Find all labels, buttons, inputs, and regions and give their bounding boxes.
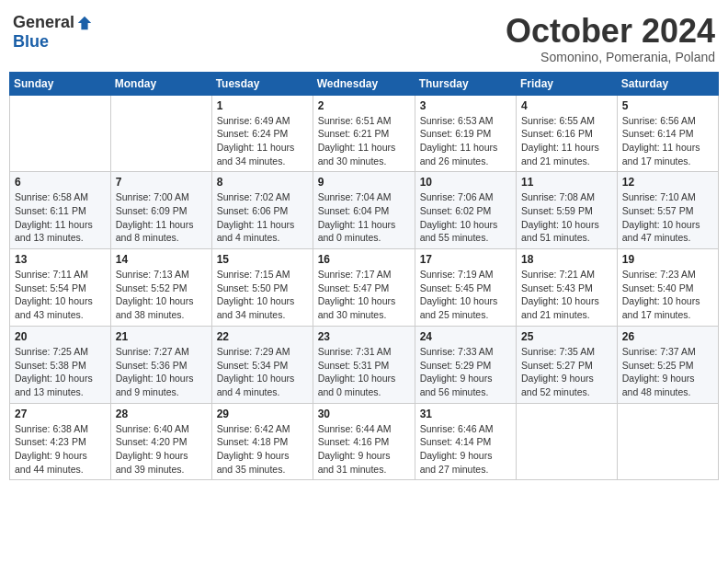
day-number: 4 — [521, 99, 612, 112]
day-number: 29 — [217, 408, 308, 420]
calendar-cell: 20Sunrise: 7:25 AM Sunset: 5:38 PM Dayli… — [10, 326, 111, 403]
page-header: General Blue October 2024 Somonino, Pome… — [9, 9, 719, 64]
calendar-cell: 4Sunrise: 6:55 AM Sunset: 6:16 PM Daylig… — [517, 95, 618, 172]
calendar-cell: 18Sunrise: 7:21 AM Sunset: 5:43 PM Dayli… — [517, 249, 618, 327]
calendar-header-wednesday: Wednesday — [313, 72, 415, 95]
day-number: 12 — [622, 176, 713, 189]
calendar-cell: 5Sunrise: 6:56 AM Sunset: 6:14 PM Daylig… — [617, 95, 718, 172]
day-number: 5 — [622, 99, 713, 112]
day-info: Sunrise: 6:51 AM Sunset: 6:21 PM Dayligh… — [318, 114, 410, 168]
calendar-week-row: 6Sunrise: 6:58 AM Sunset: 6:11 PM Daylig… — [10, 172, 719, 249]
calendar-cell: 12Sunrise: 7:10 AM Sunset: 5:57 PM Dayli… — [617, 172, 718, 249]
day-info: Sunrise: 6:44 AM Sunset: 4:16 PM Dayligh… — [318, 422, 410, 477]
day-number: 3 — [420, 99, 511, 112]
logo: General Blue — [13, 13, 93, 52]
calendar-table: SundayMondayTuesdayWednesdayThursdayFrid… — [9, 72, 719, 481]
calendar-cell — [517, 403, 618, 480]
calendar-cell: 21Sunrise: 7:27 AM Sunset: 5:36 PM Dayli… — [110, 326, 211, 403]
calendar-header-monday: Monday — [110, 72, 211, 95]
calendar-cell: 10Sunrise: 7:06 AM Sunset: 6:02 PM Dayli… — [415, 172, 516, 249]
day-number: 30 — [318, 408, 410, 420]
calendar-cell: 8Sunrise: 7:02 AM Sunset: 6:06 PM Daylig… — [211, 172, 313, 249]
calendar-header-thursday: Thursday — [415, 72, 516, 95]
calendar-cell: 30Sunrise: 6:44 AM Sunset: 4:16 PM Dayli… — [313, 403, 415, 480]
day-number: 19 — [622, 253, 713, 266]
day-info: Sunrise: 7:25 AM Sunset: 5:38 PM Dayligh… — [15, 345, 106, 399]
day-number: 6 — [15, 176, 106, 189]
calendar-cell: 27Sunrise: 6:38 AM Sunset: 4:23 PM Dayli… — [10, 403, 111, 480]
calendar-cell: 24Sunrise: 7:33 AM Sunset: 5:29 PM Dayli… — [415, 326, 516, 403]
day-info: Sunrise: 7:21 AM Sunset: 5:43 PM Dayligh… — [521, 268, 612, 322]
day-number: 15 — [217, 253, 308, 266]
calendar-cell: 29Sunrise: 6:42 AM Sunset: 4:18 PM Dayli… — [211, 403, 313, 480]
day-info: Sunrise: 7:31 AM Sunset: 5:31 PM Dayligh… — [318, 345, 410, 399]
day-number: 14 — [116, 253, 207, 266]
day-info: Sunrise: 6:46 AM Sunset: 4:14 PM Dayligh… — [420, 422, 511, 477]
location-subtitle: Somonino, Pomerania, Poland — [506, 50, 715, 64]
day-info: Sunrise: 6:49 AM Sunset: 6:24 PM Dayligh… — [217, 114, 308, 168]
title-block: October 2024 Somonino, Pomerania, Poland — [506, 13, 715, 64]
calendar-cell: 13Sunrise: 7:11 AM Sunset: 5:54 PM Dayli… — [10, 249, 111, 327]
calendar-week-row: 13Sunrise: 7:11 AM Sunset: 5:54 PM Dayli… — [10, 249, 719, 327]
logo-blue-text: Blue — [13, 32, 49, 52]
calendar-header-sunday: Sunday — [10, 72, 111, 95]
day-number: 7 — [116, 176, 207, 189]
calendar-cell: 7Sunrise: 7:00 AM Sunset: 6:09 PM Daylig… — [110, 172, 211, 249]
calendar-cell: 26Sunrise: 7:37 AM Sunset: 5:25 PM Dayli… — [617, 326, 718, 403]
day-info: Sunrise: 6:56 AM Sunset: 6:14 PM Dayligh… — [622, 114, 713, 168]
calendar-cell: 17Sunrise: 7:19 AM Sunset: 5:45 PM Dayli… — [415, 249, 516, 327]
day-number: 10 — [420, 176, 511, 189]
day-number: 9 — [318, 176, 410, 189]
day-info: Sunrise: 6:40 AM Sunset: 4:20 PM Dayligh… — [116, 422, 207, 477]
calendar-cell — [110, 95, 211, 172]
calendar-header-tuesday: Tuesday — [211, 72, 313, 95]
calendar-cell — [10, 95, 111, 172]
calendar-cell: 11Sunrise: 7:08 AM Sunset: 5:59 PM Dayli… — [517, 172, 618, 249]
day-info: Sunrise: 7:04 AM Sunset: 6:04 PM Dayligh… — [318, 190, 410, 245]
day-number: 22 — [217, 330, 308, 343]
day-info: Sunrise: 7:27 AM Sunset: 5:36 PM Dayligh… — [116, 345, 207, 399]
calendar-cell: 15Sunrise: 7:15 AM Sunset: 5:50 PM Dayli… — [211, 249, 313, 327]
day-info: Sunrise: 7:19 AM Sunset: 5:45 PM Dayligh… — [420, 268, 511, 322]
calendar-header-saturday: Saturday — [617, 72, 718, 95]
calendar-week-row: 27Sunrise: 6:38 AM Sunset: 4:23 PM Dayli… — [10, 403, 719, 480]
calendar-header-friday: Friday — [517, 72, 618, 95]
day-number: 18 — [521, 253, 612, 266]
calendar-cell: 22Sunrise: 7:29 AM Sunset: 5:34 PM Dayli… — [211, 326, 313, 403]
day-number: 31 — [420, 408, 511, 420]
calendar-cell: 14Sunrise: 7:13 AM Sunset: 5:52 PM Dayli… — [110, 249, 211, 327]
day-number: 23 — [318, 330, 410, 343]
day-info: Sunrise: 7:35 AM Sunset: 5:27 PM Dayligh… — [521, 345, 612, 399]
day-info: Sunrise: 7:11 AM Sunset: 5:54 PM Dayligh… — [15, 268, 106, 322]
day-info: Sunrise: 6:38 AM Sunset: 4:23 PM Dayligh… — [15, 422, 106, 477]
day-number: 25 — [521, 330, 612, 343]
calendar-week-row: 20Sunrise: 7:25 AM Sunset: 5:38 PM Dayli… — [10, 326, 719, 403]
day-info: Sunrise: 7:02 AM Sunset: 6:06 PM Dayligh… — [217, 190, 308, 245]
day-number: 17 — [420, 253, 511, 266]
calendar-header-row: SundayMondayTuesdayWednesdayThursdayFrid… — [10, 72, 719, 95]
day-info: Sunrise: 6:42 AM Sunset: 4:18 PM Dayligh… — [217, 422, 308, 477]
calendar-cell: 19Sunrise: 7:23 AM Sunset: 5:40 PM Dayli… — [617, 249, 718, 327]
day-info: Sunrise: 7:15 AM Sunset: 5:50 PM Dayligh… — [217, 268, 308, 322]
month-title: October 2024 — [506, 13, 715, 50]
day-info: Sunrise: 7:37 AM Sunset: 5:25 PM Dayligh… — [622, 345, 713, 399]
day-number: 11 — [521, 176, 612, 189]
day-number: 13 — [15, 253, 106, 266]
calendar-cell: 31Sunrise: 6:46 AM Sunset: 4:14 PM Dayli… — [415, 403, 516, 480]
svg-marker-0 — [78, 16, 91, 29]
day-number: 2 — [318, 99, 410, 112]
calendar-cell: 9Sunrise: 7:04 AM Sunset: 6:04 PM Daylig… — [313, 172, 415, 249]
day-number: 27 — [15, 408, 106, 420]
day-info: Sunrise: 7:10 AM Sunset: 5:57 PM Dayligh… — [622, 190, 713, 245]
day-info: Sunrise: 7:13 AM Sunset: 5:52 PM Dayligh… — [116, 268, 207, 322]
day-info: Sunrise: 6:53 AM Sunset: 6:19 PM Dayligh… — [420, 114, 511, 168]
calendar-cell: 1Sunrise: 6:49 AM Sunset: 6:24 PM Daylig… — [211, 95, 313, 172]
calendar-cell: 6Sunrise: 6:58 AM Sunset: 6:11 PM Daylig… — [10, 172, 111, 249]
day-info: Sunrise: 7:33 AM Sunset: 5:29 PM Dayligh… — [420, 345, 511, 399]
day-info: Sunrise: 7:29 AM Sunset: 5:34 PM Dayligh… — [217, 345, 308, 399]
day-number: 24 — [420, 330, 511, 343]
day-number: 21 — [116, 330, 207, 343]
calendar-cell: 3Sunrise: 6:53 AM Sunset: 6:19 PM Daylig… — [415, 95, 516, 172]
calendar-cell: 2Sunrise: 6:51 AM Sunset: 6:21 PM Daylig… — [313, 95, 415, 172]
calendar-cell: 23Sunrise: 7:31 AM Sunset: 5:31 PM Dayli… — [313, 326, 415, 403]
